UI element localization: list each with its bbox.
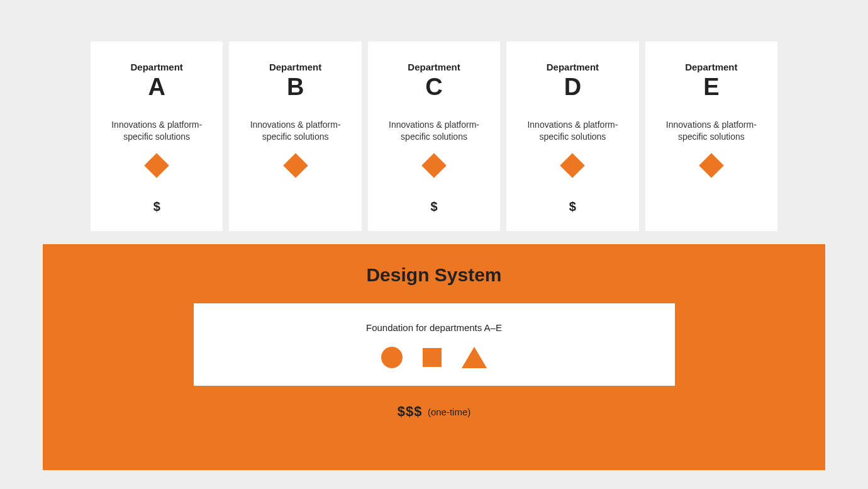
department-cost: $ [569, 200, 576, 215]
diamond-icon [699, 153, 724, 178]
department-description: Innovations & platform-specific solution… [518, 119, 627, 143]
department-letter: D [564, 75, 581, 99]
department-cost: $ [153, 200, 160, 215]
department-card-e: Department E Innovations & platform-spec… [645, 42, 777, 231]
diamond-icon [560, 153, 586, 178]
department-letter: B [287, 75, 304, 99]
diamond-icon [144, 153, 169, 178]
diagram-canvas: Department A Innovations & platform-spec… [0, 0, 868, 489]
department-description: Innovations & platform-specific solution… [657, 119, 766, 143]
design-system-subtitle: Foundation for departments A–E [206, 322, 662, 333]
department-label: Department [685, 62, 737, 72]
department-label: Department [269, 62, 321, 72]
department-card-a: Department A Innovations & platform-spec… [91, 42, 223, 231]
triangle-icon [462, 347, 487, 368]
department-label: Department [547, 62, 599, 72]
square-icon [423, 348, 442, 367]
department-card-d: Department D Innovations & platform-spec… [506, 42, 638, 231]
department-label: Department [131, 62, 183, 72]
diamond-icon [421, 153, 447, 178]
department-description: Innovations & platform-specific solution… [379, 119, 489, 143]
department-letter: C [425, 75, 442, 99]
design-system-title: Design System [43, 264, 825, 286]
department-card-c: Department C Innovations & platform-spec… [368, 42, 500, 231]
department-letter: E [703, 75, 719, 99]
design-system-cost: $$$ (one-time) [43, 403, 825, 420]
design-system-cost-symbol: $$$ [398, 403, 423, 419]
department-card-b: Department B Innovations & platform-spec… [229, 42, 361, 231]
department-description: Innovations & platform-specific solution… [240, 119, 350, 143]
design-system-shapes [206, 347, 662, 368]
department-description: Innovations & platform-specific solution… [102, 119, 211, 143]
design-system-block: Design System Foundation for departments… [43, 244, 825, 470]
diamond-icon [283, 153, 308, 178]
department-cost: $ [430, 200, 437, 215]
department-letter: A [148, 75, 165, 99]
design-system-cost-note: (one-time) [428, 407, 470, 417]
department-row: Department A Innovations & platform-spec… [91, 42, 777, 231]
circle-icon [381, 347, 403, 368]
department-label: Department [408, 62, 460, 72]
design-system-foundation: Foundation for departments A–E [194, 303, 675, 386]
